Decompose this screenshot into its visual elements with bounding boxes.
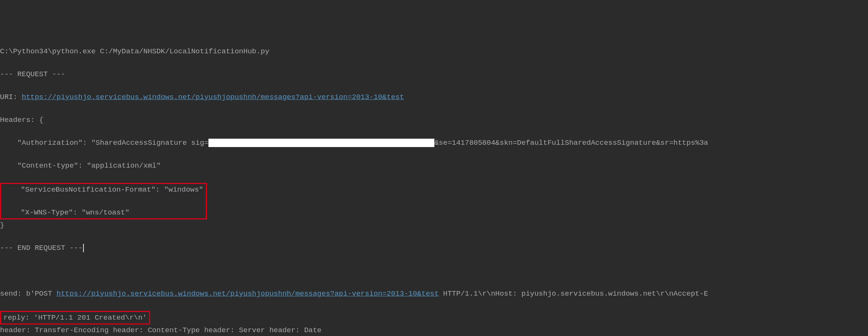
highlight-box-headers: "ServiceBusNotification-Format": "window… (0, 183, 207, 219)
header-xwns-type: "X-WNS-Type": "wns/toast" (3, 207, 203, 218)
auth-post: &se=1417805804&skn=DefaultFullSharedAcce… (434, 139, 708, 147)
header-content-type: "Content-type": "application/xml" (0, 160, 868, 171)
reply-line: reply: 'HTTP/1.1 201 Created\r\n' (3, 314, 147, 322)
end-request-marker: --- END REQUEST --- (0, 242, 868, 254)
header-summary-line: header: Transfer-Encoding header: Conten… (0, 325, 868, 336)
highlight-box-reply: reply: 'HTTP/1.1 201 Created\r\n' (0, 311, 150, 325)
request-marker: --- REQUEST --- (0, 69, 868, 80)
headers-close: } (0, 219, 868, 231)
send-line: send: b'POST https://piyushjo.servicebus… (0, 288, 868, 299)
headers-open: Headers: { (0, 114, 868, 126)
uri-line: URI: https://piyushjo.servicebus.windows… (0, 91, 868, 103)
command-line: C:\Python34\python.exe C:/MyData/NHSDK/L… (0, 46, 868, 57)
uri-link[interactable]: https://piyushjo.servicebus.windows.net/… (22, 93, 404, 101)
header-sbn-format: "ServiceBusNotification-Format": "window… (3, 184, 203, 195)
uri-label: URI: (0, 93, 22, 101)
send-pre: send: b'POST (0, 290, 56, 298)
text-cursor (83, 244, 84, 252)
header-authorization: "Authorization": "SharedAccessSignature … (0, 137, 868, 149)
send-link[interactable]: https://piyushjo.servicebus.windows.net/… (56, 290, 439, 298)
auth-pre: "Authorization": "SharedAccessSignature … (0, 139, 208, 147)
auth-redacted: C%2BwwkNG6pHNk40fGw22S%2BI7a5w3D-IHSQ/H2… (208, 139, 434, 147)
send-post: HTTP/1.1\r\nHost: piyushjo.servicebus.wi… (439, 290, 708, 298)
end-request-text: --- END REQUEST --- (0, 244, 83, 252)
blank-line (0, 265, 868, 277)
